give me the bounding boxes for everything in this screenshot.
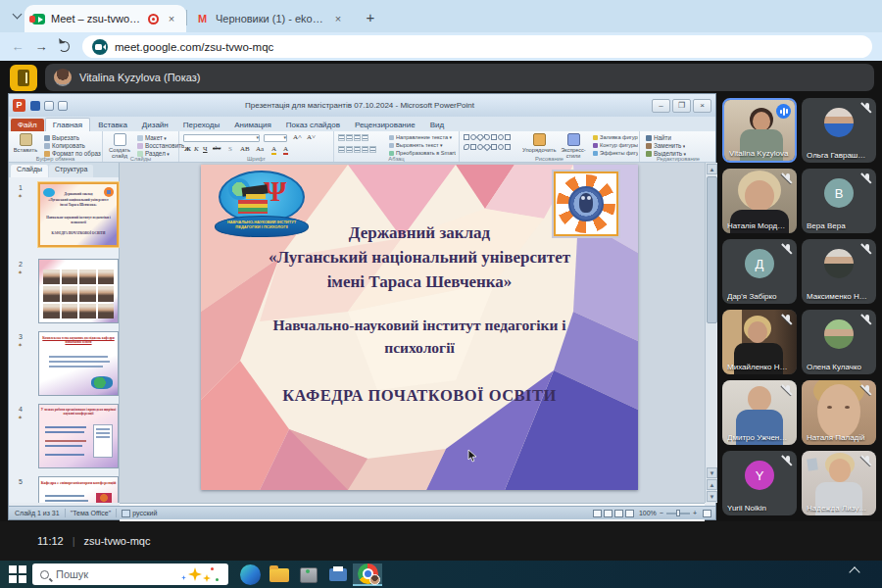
zoom-slider[interactable] bbox=[666, 513, 690, 514]
participant-tile[interactable]: Наталія Морд… bbox=[722, 169, 797, 233]
cut-button[interactable]: Вырезать bbox=[44, 134, 79, 141]
current-slide[interactable]: Ψ НАВЧАЛЬНО-НАУКОВИЙ ІНСТИТУТПЕДАГОГІКИ … bbox=[201, 165, 638, 490]
redo-icon[interactable] bbox=[58, 101, 68, 111]
forward-icon[interactable]: → bbox=[29, 39, 53, 54]
close-tab-icon[interactable]: × bbox=[165, 13, 178, 24]
reading-view-icon[interactable] bbox=[614, 510, 623, 517]
ppt-title-bar[interactable]: P Презентація для магістрантів 07.10.202… bbox=[9, 94, 715, 117]
tray-show-hidden-icon[interactable] bbox=[849, 566, 859, 577]
paste-button[interactable]: Вставить bbox=[11, 133, 40, 153]
char-spacing-icon[interactable]: АВ bbox=[240, 145, 250, 153]
tab-view[interactable]: Вид bbox=[423, 119, 451, 131]
back-icon[interactable]: ← bbox=[6, 39, 29, 54]
participant-tile[interactable]: Дмитро Ужчен… bbox=[722, 380, 797, 445]
tab-design[interactable]: Дизайн bbox=[135, 119, 175, 131]
fit-to-window-icon[interactable] bbox=[703, 510, 711, 517]
save-icon[interactable] bbox=[30, 101, 40, 111]
participant-tile[interactable]: Наталя Паладій bbox=[802, 380, 876, 445]
underline-icon[interactable]: Ч bbox=[203, 145, 208, 153]
participant-tile[interactable]: Максименко Н… bbox=[802, 239, 876, 304]
participant-tile[interactable]: Надежда Лизу… bbox=[802, 451, 876, 515]
close-icon[interactable]: × bbox=[693, 99, 711, 113]
restore-icon[interactable]: ❐ bbox=[672, 99, 691, 113]
change-case-icon[interactable]: Аа bbox=[256, 145, 264, 153]
participant-tile[interactable]: Д Дар'я Забірко bbox=[722, 239, 797, 304]
reset-button[interactable]: Восстановить bbox=[137, 142, 184, 149]
minimize-icon[interactable]: – bbox=[652, 99, 670, 113]
edge-icon[interactable] bbox=[235, 564, 265, 586]
tab-insert[interactable]: Вставка bbox=[91, 119, 134, 131]
chrome-icon[interactable] bbox=[353, 564, 382, 586]
replace-button[interactable]: Заменить bbox=[646, 142, 685, 149]
text-shadow-icon[interactable]: S bbox=[228, 145, 232, 153]
shapes-gallery[interactable] bbox=[464, 134, 522, 142]
reload-icon[interactable] bbox=[59, 41, 70, 52]
participant-tile[interactable]: Михайленко Н… bbox=[722, 310, 797, 374]
participant-tile[interactable]: В Вера Вера bbox=[802, 169, 876, 233]
shapes-gallery-row2[interactable] bbox=[464, 144, 522, 152]
tab-animations[interactable]: Анимация bbox=[227, 119, 278, 131]
slideshow-icon[interactable] bbox=[625, 510, 634, 517]
undo-icon[interactable] bbox=[44, 101, 54, 111]
tab-transitions[interactable]: Переходы bbox=[176, 119, 227, 131]
font-name-select[interactable] bbox=[183, 134, 260, 142]
slide-thumbnail-5[interactable]: Кафедра є співорганізатором конференцій bbox=[38, 476, 119, 503]
file-explorer-icon[interactable] bbox=[265, 564, 294, 586]
italic-icon[interactable]: К bbox=[194, 145, 199, 153]
layout-button[interactable]: Макет bbox=[137, 134, 167, 141]
list-buttons[interactable] bbox=[338, 134, 369, 142]
spellcheck-icon[interactable] bbox=[122, 510, 130, 517]
zoom-in-icon[interactable]: + bbox=[693, 510, 697, 516]
zoom-out-icon[interactable]: − bbox=[660, 510, 663, 516]
font-size-select[interactable] bbox=[264, 134, 287, 142]
highlight-icon[interactable]: А bbox=[271, 145, 276, 155]
editor-scrollbar[interactable]: ▲ ▼ ▲ ▼ bbox=[705, 163, 717, 503]
copy-button[interactable]: Копировать bbox=[44, 142, 85, 149]
tab-search-chevron-icon[interactable] bbox=[10, 9, 25, 24]
participant-tile[interactable]: Ольга Гавраш… bbox=[802, 98, 876, 163]
tab-home[interactable]: Главная bbox=[45, 118, 90, 131]
tab-slides[interactable]: Слайды bbox=[11, 165, 48, 177]
new-tab-button[interactable]: + bbox=[361, 8, 380, 27]
next-slide-icon[interactable]: ▼ bbox=[707, 491, 717, 502]
tab-meet[interactable]: Meet – zsu-tvwo-mqc × bbox=[24, 5, 186, 32]
taskbar-search[interactable]: Пошук bbox=[32, 564, 228, 585]
printer-icon[interactable] bbox=[323, 564, 353, 586]
slide-thumbnail-4[interactable]: У межах роботи організовано і проведено … bbox=[38, 404, 119, 468]
scroll-up-icon[interactable]: ▲ bbox=[707, 164, 717, 174]
align-text-button[interactable]: Выровнять текст bbox=[389, 142, 456, 148]
close-tab-icon[interactable]: × bbox=[331, 13, 345, 24]
device-app-icon[interactable] bbox=[294, 564, 323, 586]
tab-gmail[interactable]: M Черновики (1) - ekovalenko20 × bbox=[192, 8, 351, 29]
slide-thumbnail-2[interactable] bbox=[38, 259, 119, 323]
scroll-down-icon[interactable]: ▼ bbox=[707, 467, 717, 478]
participant-tile[interactable]: Vitalina Kyzylova bbox=[722, 98, 797, 163]
align-buttons[interactable] bbox=[338, 146, 377, 154]
slide-sorter-icon[interactable] bbox=[604, 510, 612, 517]
tab-review[interactable]: Рецензирование bbox=[348, 119, 422, 131]
grow-font-icon[interactable]: A˄ bbox=[293, 133, 302, 141]
tab-outline[interactable]: Структура bbox=[49, 165, 93, 177]
presenting-indicator-icon[interactable] bbox=[10, 65, 37, 91]
previous-slide-icon[interactable]: ▲ bbox=[707, 479, 717, 490]
address-bar[interactable]: meet.google.com/zsu-tvwo-mqc bbox=[82, 35, 872, 58]
shape-fill-button[interactable]: Заливка фигуры bbox=[593, 134, 638, 140]
shape-outline-button[interactable]: Контур фигуры bbox=[593, 142, 638, 148]
slide-thumbnail-3[interactable]: Комплексна тема наукових досліджень кафе… bbox=[38, 331, 119, 396]
find-button[interactable]: Найти bbox=[646, 134, 671, 141]
participant-tile[interactable]: Y Yurii Noikin bbox=[722, 451, 797, 515]
start-button[interactable] bbox=[9, 565, 26, 583]
strikethrough-icon[interactable]: abc bbox=[213, 145, 220, 151]
participant-tile[interactable]: Олена Кулачко bbox=[802, 310, 876, 374]
tab-slideshow[interactable]: Показ слайдов bbox=[279, 119, 347, 131]
tab-file[interactable]: Файл bbox=[11, 119, 44, 131]
slide-thumbnail-1[interactable]: Державний заклад «Луганський національни… bbox=[38, 182, 119, 247]
normal-view-icon[interactable] bbox=[593, 510, 602, 517]
presenter-banner[interactable]: Vitalina Kyzylova (Показ) bbox=[45, 64, 874, 91]
arrange-button[interactable]: Упорядочить bbox=[522, 133, 556, 153]
shrink-font-icon[interactable]: A˅ bbox=[307, 133, 316, 141]
font-color-icon[interactable]: А bbox=[283, 145, 288, 155]
bold-icon[interactable]: Ж bbox=[184, 145, 191, 153]
text-direction-button[interactable]: Направление текста bbox=[389, 134, 456, 140]
scrollbar-thumb[interactable] bbox=[707, 176, 717, 323]
